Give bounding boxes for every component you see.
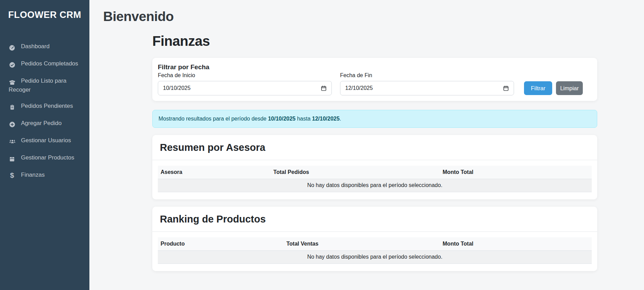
clipboard-list-icon <box>9 103 15 111</box>
start-date-input[interactable] <box>163 85 321 91</box>
alert-text: hasta <box>296 116 312 122</box>
box-open-icon <box>9 78 15 86</box>
main-content: Bienvenido Finanzas Filtrar por Fecha Fe… <box>89 0 644 290</box>
sidebar-item-pedidos-completados[interactable]: Pedidos Completados <box>0 55 89 73</box>
filtrar-button[interactable]: Filtrar <box>524 81 552 95</box>
end-date-field: Fecha de Fin <box>340 72 514 95</box>
resumen-title: Resumen por Asesora <box>160 142 592 153</box>
box-icon <box>9 155 15 163</box>
page-title: Bienvenido <box>103 9 644 24</box>
sidebar-item-label: Pedidos Pendientes <box>21 103 73 109</box>
gauge-icon <box>9 43 15 51</box>
empty-row: No hay datos disponibles para el período… <box>158 251 592 264</box>
table-header-row: Asesora Total Pedidos Monto Total <box>158 166 592 179</box>
end-date-label: Fecha de Fin <box>340 72 514 79</box>
dollar-icon: $ <box>9 171 15 179</box>
empty-row: No hay datos disponibles para el período… <box>158 179 592 192</box>
column-header-asesora: Asesora <box>158 166 271 179</box>
users-icon <box>9 137 15 145</box>
section-title: Finanzas <box>152 33 597 49</box>
filter-buttons: Filtrar Limpiar <box>524 81 583 95</box>
ranking-card-header: Ranking de Productos <box>152 207 597 232</box>
filter-title: Filtrar por Fecha <box>158 63 592 71</box>
limpiar-button[interactable]: Limpiar <box>556 81 583 95</box>
start-date-input-wrapper <box>158 81 332 95</box>
sidebar-item-pedidos-pendientes[interactable]: Pedidos Pendientes <box>0 98 89 115</box>
sidebar-item-pedido-listo[interactable]: Pedido Listo para Recoger <box>0 73 89 98</box>
app-title: FLOOWER CRM <box>0 0 89 20</box>
sidebar-item-label: Gestionar Usuarios <box>21 137 71 144</box>
sidebar-item-agregar-pedido[interactable]: Agregar Pedido <box>0 115 89 132</box>
plus-circle-icon <box>9 120 15 128</box>
check-circle-icon <box>9 61 15 69</box>
sidebar-item-label: Pedidos Completados <box>21 60 78 67</box>
alert-start-date: 10/10/2025 <box>268 116 295 122</box>
end-date-input[interactable] <box>345 85 503 91</box>
sidebar: FLOOWER CRM Dashboard Pedidos Completado… <box>0 0 89 290</box>
alert-text: . <box>340 116 341 122</box>
filter-row: Fecha de Inicio Fecha de Fin <box>158 72 592 95</box>
sidebar-item-finanzas[interactable]: $Finanzas <box>0 167 89 183</box>
start-date-label: Fecha de Inicio <box>158 72 332 79</box>
sidebar-item-label: Pedido Listo para Recoger <box>9 77 66 93</box>
filter-card: Filtrar por Fecha Fecha de Inicio Fecha … <box>152 58 597 101</box>
resumen-card: Resumen por Asesora Asesora Total Pedido… <box>152 135 597 199</box>
empty-message: No hay datos disponibles para el período… <box>158 251 592 264</box>
sidebar-item-label: Finanzas <box>21 172 45 178</box>
sidebar-item-label: Dashboard <box>21 43 50 50</box>
table-header-row: Producto Total Ventas Monto Total <box>158 237 592 251</box>
sidebar-item-gestionar-usuarios[interactable]: Gestionar Usuarios <box>0 132 89 149</box>
column-header-total-ventas: Total Ventas <box>284 237 440 251</box>
resumen-table: Asesora Total Pedidos Monto Total No hay… <box>158 166 592 192</box>
results-alert: Mostrando resultados para el período des… <box>152 110 597 128</box>
alert-end-date: 12/10/2025 <box>312 116 340 122</box>
resumen-card-body: Asesora Total Pedidos Monto Total No hay… <box>152 160 597 199</box>
finanzas-section: Finanzas Filtrar por Fecha Fecha de Inic… <box>152 33 597 271</box>
empty-message: No hay datos disponibles para el período… <box>158 179 592 192</box>
resumen-card-header: Resumen por Asesora <box>152 135 597 160</box>
calendar-icon[interactable] <box>503 85 509 91</box>
end-date-input-wrapper <box>340 81 514 95</box>
ranking-table: Producto Total Ventas Monto Total No hay… <box>158 237 592 264</box>
sidebar-nav: Dashboard Pedidos Completados Pedido Lis… <box>0 38 89 183</box>
alert-text: Mostrando resultados para el período des… <box>159 116 268 122</box>
calendar-icon[interactable] <box>321 85 327 91</box>
column-header-producto: Producto <box>158 237 284 251</box>
column-header-total-pedidos: Total Pedidos <box>271 166 440 179</box>
sidebar-item-label: Agregar Pedido <box>21 120 62 126</box>
ranking-card-body: Producto Total Ventas Monto Total No hay… <box>152 232 597 271</box>
ranking-card: Ranking de Productos Producto Total Vent… <box>152 207 597 271</box>
column-header-monto-total: Monto Total <box>440 166 592 179</box>
start-date-field: Fecha de Inicio <box>158 72 332 95</box>
sidebar-item-label: Gestionar Productos <box>21 154 74 161</box>
sidebar-item-gestionar-productos[interactable]: Gestionar Productos <box>0 149 89 167</box>
sidebar-item-dashboard[interactable]: Dashboard <box>0 38 89 55</box>
column-header-monto-total: Monto Total <box>440 237 592 251</box>
ranking-title: Ranking de Productos <box>160 214 592 225</box>
